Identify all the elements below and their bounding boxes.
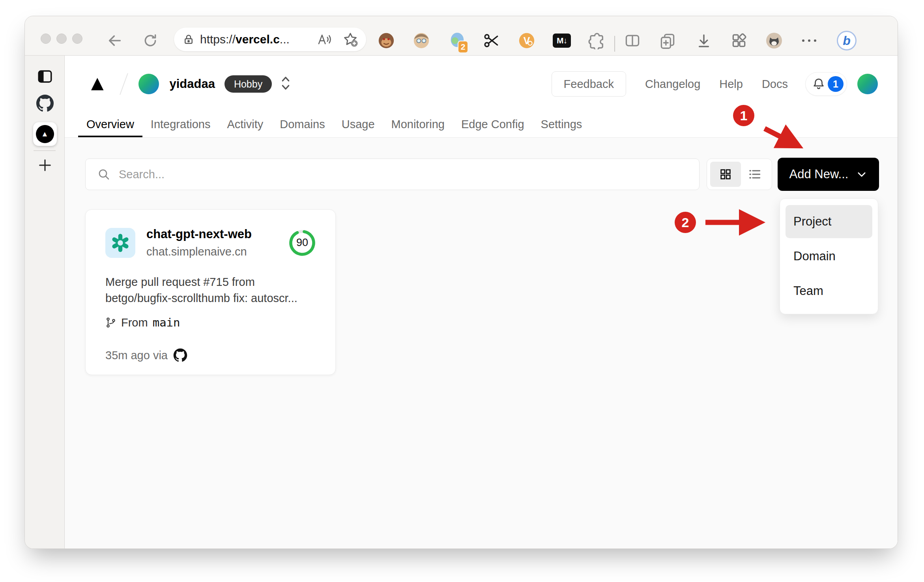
scissors-icon [483, 32, 500, 49]
sidebar-toggle-button[interactable] [25, 68, 65, 85]
tab-settings[interactable]: Settings [533, 111, 591, 137]
branch-row: From main [105, 316, 316, 329]
dropdown-item-team[interactable]: Team [786, 274, 872, 308]
commit-message[interactable]: Merge pull request #715 from betgo/bugfi… [105, 274, 316, 306]
list-view-button[interactable] [741, 167, 769, 181]
sidebar-item-vercel-active[interactable]: ▲ [25, 122, 65, 146]
add-favorite-icon[interactable] [342, 32, 358, 47]
markdown-icon: M↓ [553, 34, 571, 48]
vercel-page: ▲ yidadaa Hobby Feedback Changelog Help … [65, 56, 898, 548]
tab-monitoring[interactable]: Monitoring [383, 111, 453, 137]
vercel-logo[interactable]: ▲ [87, 72, 108, 93]
video-extension-icon[interactable]: V [516, 30, 537, 51]
browser-tools [622, 30, 678, 51]
browser-window: https://vercel.c... 2 V [24, 16, 898, 549]
search-input[interactable] [119, 168, 687, 181]
deploy-time: 35m ago via [105, 349, 168, 362]
score-ring[interactable]: 90 [289, 229, 316, 256]
feedback-button[interactable]: Feedback [552, 71, 626, 97]
changelog-link[interactable]: Changelog [645, 78, 700, 91]
overview-content: Add New... Project Domain Team [65, 138, 898, 548]
zoom-window-button[interactable] [72, 34, 82, 44]
v-circle-icon: V [518, 32, 536, 50]
breadcrumb-slash [120, 73, 129, 95]
chevron-down-icon [856, 169, 867, 180]
sidebar-divider [34, 150, 56, 151]
markdown-extension-icon[interactable]: M↓ [552, 30, 572, 51]
split-screen-button[interactable] [622, 30, 643, 51]
downloads-button[interactable] [694, 30, 714, 51]
add-new-label: Add New... [789, 167, 849, 181]
search-bar[interactable] [85, 159, 700, 190]
card-footer: 35m ago via [105, 348, 316, 362]
sidebar-add-button[interactable] [25, 157, 65, 173]
extensions-menu-button[interactable] [587, 30, 607, 51]
split-screen-icon [624, 32, 641, 49]
add-new-button[interactable]: Add New... [778, 158, 879, 191]
vercel-header: ▲ yidadaa Hobby Feedback Changelog Help … [65, 56, 898, 138]
project-name[interactable]: chat-gpt-next-web [146, 227, 252, 241]
notifications-button[interactable]: 1 [805, 72, 847, 96]
apps-button[interactable] [729, 30, 749, 51]
grid-view-button[interactable] [710, 162, 741, 187]
back-arrow-icon [107, 33, 123, 48]
minimize-window-button[interactable] [56, 34, 67, 44]
sidebar-item-github[interactable] [25, 94, 65, 112]
tab-overview[interactable]: Overview [78, 111, 142, 137]
commit-line-1: Merge pull request #715 from [105, 274, 316, 290]
lock-icon [183, 34, 195, 45]
tab-edge-config[interactable]: Edge Config [453, 111, 533, 137]
avatar-extension-icon[interactable] [411, 30, 432, 51]
help-link[interactable]: Help [719, 78, 743, 91]
read-aloud-icon[interactable] [317, 32, 332, 47]
bing-chat-button[interactable]: b [836, 30, 857, 51]
team-avatar[interactable] [138, 74, 159, 94]
project-card[interactable]: chat-gpt-next-web chat.simplenaive.cn 90 [85, 209, 336, 375]
project-icon [105, 228, 135, 258]
github-icon [36, 94, 54, 112]
notification-count: 1 [828, 76, 844, 92]
refresh-icon [143, 33, 158, 48]
git-branch-icon [105, 317, 116, 328]
close-window-button[interactable] [41, 34, 51, 44]
github-source-icon [173, 348, 187, 362]
browser-toolbar: https://vercel.c... 2 V [25, 16, 898, 56]
toolbar-right: b [694, 30, 857, 51]
team-name[interactable]: yidadaa [169, 77, 215, 91]
refresh-button[interactable] [142, 32, 159, 49]
settings-menu-button[interactable] [799, 30, 819, 51]
badge-extension-icon[interactable]: 2 [446, 30, 467, 51]
scissors-extension-icon[interactable] [481, 30, 502, 51]
grid-view-icon [719, 168, 732, 181]
apps-grid-icon [730, 32, 748, 49]
monkey-extension-icon[interactable] [376, 30, 397, 51]
openai-logo-icon [110, 233, 130, 253]
browser-sidebar: ▲ [25, 56, 65, 548]
dropdown-item-project[interactable]: Project [786, 205, 872, 238]
project-domain[interactable]: chat.simplenaive.cn [146, 245, 252, 258]
back-button[interactable] [106, 32, 123, 49]
score-value: 90 [289, 229, 316, 256]
view-toggle [707, 159, 772, 190]
tab-domains[interactable]: Domains [271, 111, 333, 137]
docs-link[interactable]: Docs [762, 78, 788, 91]
collections-button[interactable] [657, 30, 678, 51]
tab-activity[interactable]: Activity [219, 111, 271, 137]
dropdown-item-domain[interactable]: Domain [786, 240, 872, 273]
profile-avatar[interactable] [764, 30, 784, 51]
address-bar[interactable]: https://vercel.c... [174, 28, 366, 51]
bing-icon: b [837, 31, 857, 50]
user-avatar[interactable] [857, 74, 878, 94]
toolbar-divider [614, 36, 615, 52]
url-text: https://vercel.c... [200, 33, 290, 46]
team-switcher-button[interactable] [281, 75, 291, 93]
download-icon [696, 32, 712, 49]
extension-count-badge: 2 [458, 41, 468, 53]
collections-add-icon [659, 32, 676, 49]
tab-integrations[interactable]: Integrations [142, 111, 219, 137]
active-tab-card: ▲ [33, 122, 57, 146]
window-controls[interactable] [41, 34, 82, 44]
tab-usage[interactable]: Usage [333, 111, 383, 137]
sidebar-panel-icon [37, 68, 53, 85]
from-label: From [121, 316, 148, 329]
